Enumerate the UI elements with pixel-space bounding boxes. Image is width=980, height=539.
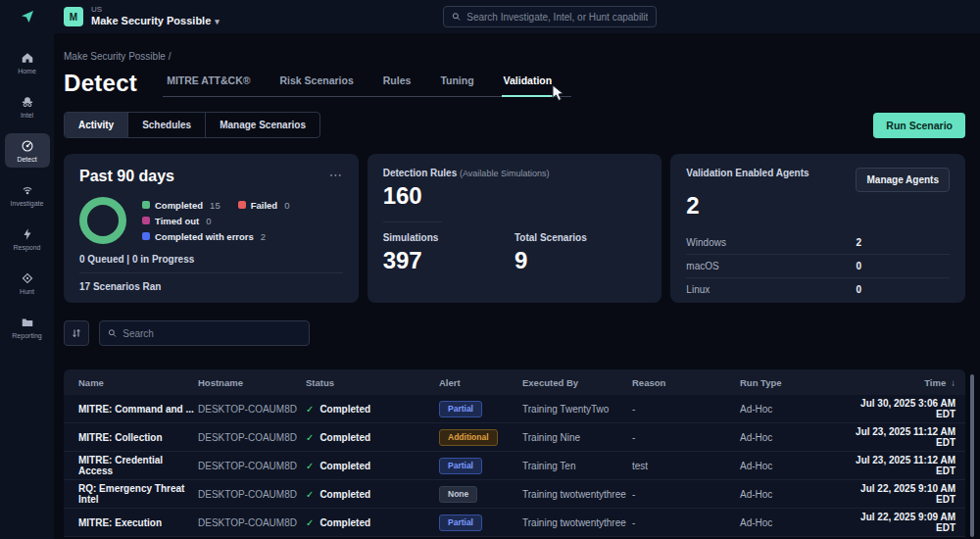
cell-name: MITRE: Command and ...: [64, 404, 198, 415]
cell-hostname: DESKTOP-COAUM8D: [198, 489, 306, 500]
org-name: Make Security Possible▾: [91, 15, 220, 27]
os-row-macos: macOS 0: [686, 255, 950, 278]
detection-rules-sub: (Available Simulations): [460, 169, 549, 178]
org-switcher[interactable]: M US Make Security Possible▾: [64, 6, 220, 27]
subtab-row: Activity Schedules Manage Scenarios Run …: [64, 112, 965, 138]
tab-rules[interactable]: Rules: [381, 69, 414, 96]
agents-os-list: Windows 2 macOS 0 Linux 0: [686, 231, 950, 301]
tab-risk-scenarios[interactable]: Risk Scenarios: [277, 69, 355, 96]
total-scenarios-value: 9: [514, 247, 646, 274]
cell-status: ✓Completed: [306, 517, 439, 528]
table-header: Name Hostname Status Alert Executed By R…: [64, 369, 965, 395]
sort-filter-button[interactable]: [64, 320, 89, 346]
hunt-icon: [21, 271, 34, 285]
detect-tabs: MITRE ATT&CK® Risk Scenarios Rules Tunin…: [163, 69, 571, 97]
cell-alert: Partial: [439, 458, 522, 474]
cell-reason: -: [632, 404, 740, 415]
global-search[interactable]: [443, 6, 657, 27]
manage-agents-button[interactable]: Manage Agents: [856, 168, 950, 192]
card-divider: [383, 221, 442, 222]
col-reason[interactable]: Reason: [632, 377, 740, 388]
check-icon: ✓: [306, 489, 314, 500]
agents-title: Validation Enabled Agents: [686, 168, 808, 178]
tab-mitre-attack[interactable]: MITRE ATT&CK®: [165, 69, 252, 96]
cell-run-type: Ad-Hoc: [740, 404, 848, 415]
detection-rules-label: Detection Rules (Available Simulations): [383, 168, 647, 178]
check-icon: ✓: [306, 461, 314, 471]
cell-time: Jul 23, 2025 11:12 AM EDT: [848, 426, 965, 448]
cell-alert: Additional: [439, 429, 522, 446]
breadcrumb[interactable]: Make Security Possible /: [64, 51, 965, 62]
cell-time: Jul 30, 2025 3:06 AM EDT: [848, 398, 965, 419]
cell-executed-by: Training TwentyTwo: [522, 404, 632, 415]
page-title: Detect: [64, 70, 137, 97]
col-name[interactable]: Name: [64, 377, 198, 388]
tab-tuning[interactable]: Tuning: [438, 69, 475, 96]
intel-icon: [21, 95, 34, 109]
cell-run-type: Ad-Hoc: [740, 489, 848, 500]
sidebar-item-detect[interactable]: Detect: [5, 133, 50, 168]
total-scenarios-label: Total Scenarios: [514, 232, 646, 243]
cell-hostname: DESKTOP-COAUM8D: [198, 404, 306, 415]
home-icon: [21, 51, 34, 65]
table-row[interactable]: MITRE: CollectionDESKTOP-COAUM8D✓Complet…: [64, 423, 965, 452]
org-text: US Make Security Possible▾: [91, 6, 220, 27]
alert-badge: Partial: [439, 401, 482, 417]
sidebar-item-hunt[interactable]: Hunt: [5, 266, 50, 300]
cell-reason: -: [632, 517, 740, 528]
card-menu-icon[interactable]: ⋯: [329, 168, 343, 182]
col-hostname[interactable]: Hostname: [198, 377, 306, 388]
sidebar-item-investigate[interactable]: Investigate: [5, 177, 50, 212]
col-executed-by[interactable]: Executed By: [522, 377, 632, 388]
table-search[interactable]: [99, 320, 310, 346]
cell-name: MITRE: Collection: [64, 432, 198, 443]
table-scrollbar[interactable]: [970, 374, 974, 537]
sidebar-item-reporting[interactable]: Reporting: [5, 310, 50, 344]
chevron-down-icon: ▾: [215, 17, 220, 26]
tab-validation[interactable]: Validation: [502, 69, 555, 97]
sidebar-item-intel[interactable]: Intel: [5, 89, 50, 123]
scenarios-ran-line: 17 Scenarios Ran: [79, 281, 343, 292]
reporting-icon: [21, 316, 34, 329]
col-time[interactable]: Time↓: [848, 377, 965, 388]
col-run-type[interactable]: Run Type: [740, 377, 848, 388]
search-icon: [452, 12, 461, 22]
run-scenario-button[interactable]: Run Scenario: [873, 113, 965, 138]
subtab-activity[interactable]: Activity: [65, 113, 128, 137]
subtab-manage-scenarios[interactable]: Manage Scenarios: [206, 113, 319, 137]
activity-table: Name Hostname Status Alert Executed By R…: [64, 369, 965, 537]
scenario-donut: [79, 197, 126, 244]
respond-icon: [21, 227, 34, 241]
cell-status: ✓Completed: [306, 404, 439, 415]
table-body: MITRE: Command and ...DESKTOP-COAUM8D✓Co…: [64, 395, 965, 537]
table-row[interactable]: MITRE: Credential AccessDESKTOP-COAUM8D✓…: [64, 452, 965, 480]
cell-run-type: Ad-Hoc: [740, 432, 848, 443]
investigate-icon: [21, 183, 34, 197]
cell-run-type: Ad-Hoc: [740, 461, 848, 471]
cell-name: RQ: Emergency Threat Intel: [64, 483, 198, 505]
check-icon: ✓: [306, 517, 314, 528]
cell-reason: test: [632, 461, 740, 471]
org-code: US: [91, 6, 220, 15]
cell-status: ✓Completed: [306, 461, 439, 471]
agents-value: 2: [686, 192, 950, 220]
sidebar-item-respond[interactable]: Respond: [5, 221, 50, 256]
cell-time: Jul 22, 2025 9:10 AM EDT: [848, 483, 965, 505]
brand-logo[interactable]: [0, 8, 54, 25]
legend-swatch-completed: [142, 201, 150, 209]
table-search-input[interactable]: [122, 328, 301, 339]
legend-completed-with-errors: Completed with errors 2: [142, 231, 266, 242]
cell-name: MITRE: Credential Access: [64, 455, 198, 476]
table-row[interactable]: MITRE: ExecutionDESKTOP-COAUM8D✓Complete…: [64, 509, 965, 537]
col-alert[interactable]: Alert: [439, 377, 522, 388]
sort-arrows-icon: [71, 327, 82, 339]
table-row[interactable]: RQ: Emergency Threat IntelDESKTOP-COAUM8…: [64, 480, 965, 509]
global-search-input[interactable]: [466, 12, 648, 23]
top-bar: M US Make Security Possible▾: [0, 0, 980, 33]
sidebar-item-home[interactable]: Home: [5, 45, 50, 79]
cell-name: MITRE: Execution: [64, 517, 198, 528]
col-status[interactable]: Status: [306, 377, 439, 388]
validation-agents-card: Validation Enabled Agents Manage Agents …: [670, 154, 965, 303]
table-row[interactable]: MITRE: Command and ...DESKTOP-COAUM8D✓Co…: [64, 395, 965, 423]
subtab-schedules[interactable]: Schedules: [128, 113, 206, 137]
